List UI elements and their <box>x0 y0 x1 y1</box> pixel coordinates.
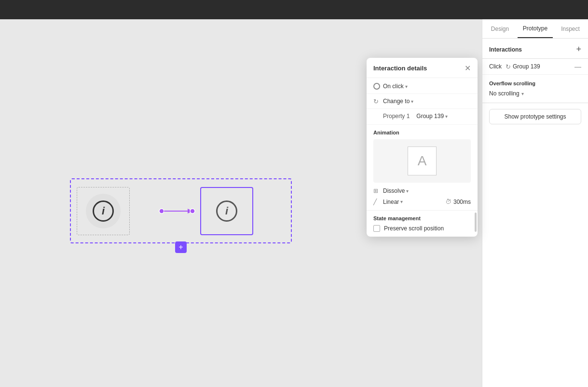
dissolve-chevron-icon: ▾ <box>406 188 409 194</box>
show-prototype-settings-button[interactable]: Show prototype settings <box>489 109 581 124</box>
top-bar <box>0 0 588 19</box>
state-label: State management <box>373 215 471 221</box>
component-inner-right: i <box>200 187 253 235</box>
linear-select[interactable]: Linear ▾ <box>383 199 403 205</box>
clock-icon <box>373 83 380 90</box>
canvas: i i + <box>0 19 482 387</box>
interaction-modal: Interaction details ✕ On click ▾ ↻ Chang… <box>367 58 478 237</box>
info-circle-left: i <box>86 194 121 228</box>
animation-preview: A <box>373 139 471 183</box>
modal-title: Interaction details <box>373 65 427 72</box>
add-button[interactable]: + <box>175 241 187 253</box>
right-panel: Design Prototype Inspect Interactions + … <box>482 19 588 387</box>
linear-row: ╱ Linear ▾ ⏱ 300ms <box>373 198 471 205</box>
animation-section: Animation A ⊞ Dissolve ▾ <box>367 125 478 211</box>
arrow-connector <box>158 204 196 218</box>
property-name: Property 1 <box>383 113 410 120</box>
preserve-scroll-row: Preserve scroll position <box>373 225 471 232</box>
property-value[interactable]: Group 139 ▾ <box>416 113 448 120</box>
preserve-scroll-checkbox[interactable] <box>373 225 380 232</box>
overflow-scrolling-section: Overflow scrolling No scrolling ▾ <box>482 75 588 103</box>
overflow-value-select[interactable]: No scrolling ▾ <box>489 90 581 97</box>
group-label: Group 139 <box>513 63 574 70</box>
svg-point-0 <box>159 209 164 214</box>
modal-property-row: Property 1 Group 139 ▾ <box>367 109 478 125</box>
action-chevron-icon: ▾ <box>411 99 413 104</box>
canvas-component: i i + <box>70 178 292 243</box>
add-interaction-button[interactable]: + <box>576 44 581 54</box>
modal-scrollbar <box>475 213 477 232</box>
refresh-icon: ↻ <box>373 98 380 105</box>
overflow-chevron-icon: ▾ <box>521 91 524 96</box>
animation-options: ⊞ Dissolve ▾ ╱ Linear ▾ <box>373 187 471 205</box>
preserve-scroll-label: Preserve scroll position <box>384 225 444 232</box>
remove-interaction-button[interactable]: — <box>574 63 581 70</box>
dissolve-select[interactable]: Dissolve ▾ <box>383 187 409 194</box>
svg-point-3 <box>190 209 195 214</box>
info-circle-right: i <box>209 194 244 228</box>
linear-icon: ╱ <box>373 199 380 205</box>
info-icon-left: i <box>93 200 114 222</box>
trigger-chevron-icon: ▾ <box>405 84 408 89</box>
modal-header: Interaction details ✕ <box>367 58 478 78</box>
animation-label: Animation <box>373 130 471 135</box>
state-management-section: State management Preserve scroll positio… <box>367 211 478 237</box>
action-label[interactable]: Change to ▾ <box>383 98 471 105</box>
animation-box: A <box>408 147 437 175</box>
panel-tabs: Design Prototype Inspect <box>482 19 588 39</box>
interactions-header: Interactions + <box>482 39 588 59</box>
interactions-title: Interactions <box>489 46 522 53</box>
clock-icon: ⏱ <box>445 198 451 205</box>
dissolve-row: ⊞ Dissolve ▾ <box>373 187 471 194</box>
duration-field[interactable]: ⏱ 300ms <box>445 198 471 205</box>
click-label: Click <box>489 63 502 70</box>
tab-prototype[interactable]: Prototype <box>518 19 553 38</box>
modal-close-button[interactable]: ✕ <box>465 64 471 73</box>
tab-design[interactable]: Design <box>482 19 518 38</box>
modal-action-row: ↻ Change to ▾ <box>367 94 478 109</box>
component-outer[interactable]: i i <box>70 178 292 243</box>
dissolve-icon: ⊞ <box>373 187 380 194</box>
property-chevron-icon: ▾ <box>445 114 448 119</box>
overflow-label: Overflow scrolling <box>489 80 581 86</box>
arrow-svg <box>158 204 196 218</box>
interaction-item[interactable]: Click ↻ Group 139 — <box>482 59 588 75</box>
modal-trigger-row: On click ▾ <box>367 78 478 94</box>
main-layout: i i + <box>0 19 588 387</box>
info-icon-right: i <box>216 200 237 222</box>
component-inner-left: i <box>77 187 130 235</box>
tab-inspect[interactable]: Inspect <box>553 19 588 38</box>
trigger-label[interactable]: On click ▾ <box>383 83 471 90</box>
refresh-icon: ↻ <box>506 63 511 70</box>
linear-chevron-icon: ▾ <box>400 199 403 204</box>
